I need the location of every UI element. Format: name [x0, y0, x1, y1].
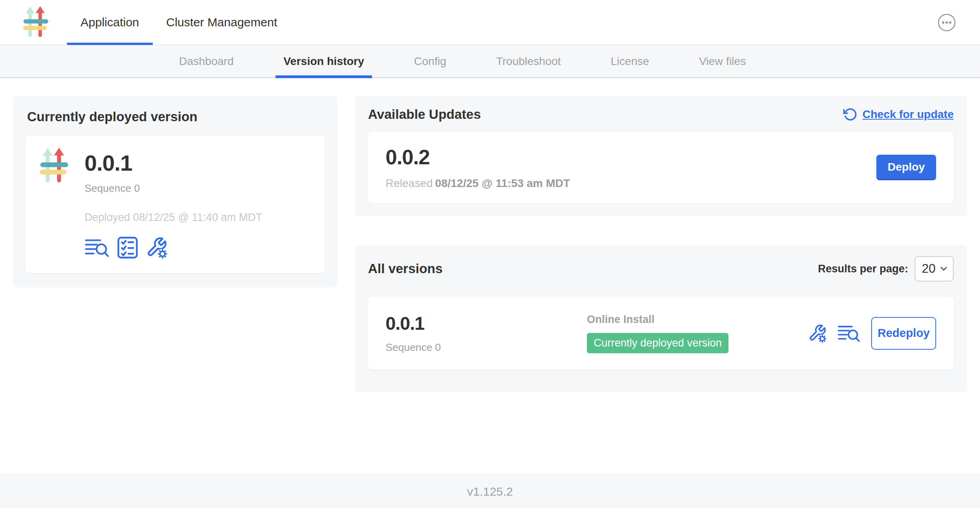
- results-per-page-select[interactable]: 20: [915, 256, 954, 282]
- config-icon[interactable]: [808, 324, 827, 343]
- released-value: 08/12/25 @ 11:53 am MDT: [435, 177, 570, 189]
- chevron-down-icon: [939, 264, 949, 274]
- app-logo-icon: [23, 6, 49, 39]
- available-updates-title: Available Updates: [368, 107, 481, 122]
- all-versions-title: All versions: [368, 261, 443, 276]
- ellipsis-menu-icon: [937, 13, 956, 32]
- app-logo-arrows-icon: [23, 6, 49, 39]
- right-column: Available Updates Check for update 0.0.2…: [355, 96, 967, 392]
- results-per-page-value: 20: [922, 262, 935, 276]
- tab-cluster-management[interactable]: Cluster Management: [153, 0, 291, 45]
- kots-admin-console: Application Cluster Management Dashboard…: [0, 0, 980, 508]
- version-history-page: Currently deployed version 0.0.1 Sequenc…: [0, 78, 980, 475]
- deployed-timestamp: Deployed 08/12/25 @ 11:40 am MDT: [85, 211, 262, 224]
- deployed-version-panel: 0.0.1 Sequence 0 Deployed 08/12/25 @ 11:…: [26, 136, 325, 273]
- version-row-actions: Redeploy: [808, 317, 936, 350]
- all-versions-header: All versions Results per page: 20: [368, 256, 954, 282]
- console-version: v1.125.2: [467, 485, 513, 498]
- update-row: 0.0.2 Released08/12/25 @ 11:53 am MDT De…: [368, 132, 954, 203]
- deployed-version-number: 0.0.1: [85, 150, 262, 176]
- logs-icon[interactable]: [85, 238, 109, 258]
- all-versions-card: All versions Results per page: 20 0.0.: [355, 245, 967, 392]
- app-logo-arrows-icon: [40, 148, 69, 184]
- top-bar: Application Cluster Management: [0, 0, 980, 45]
- available-updates-card: Available Updates Check for update 0.0.2…: [355, 96, 967, 216]
- check-for-update-link[interactable]: Check for update: [843, 107, 954, 122]
- refresh-icon: [843, 107, 858, 122]
- logs-icon[interactable]: [838, 324, 860, 343]
- released-label: Released: [386, 177, 433, 189]
- redeploy-button[interactable]: Redeploy: [871, 317, 936, 350]
- check-for-update-label: Check for update: [862, 108, 954, 121]
- preflight-checks-icon[interactable]: [117, 236, 138, 259]
- currently-deployed-card: Currently deployed version 0.0.1 Sequenc…: [13, 96, 337, 287]
- console-footer: v1.125.2: [0, 475, 980, 508]
- tab-troubleshoot[interactable]: Troubleshoot: [488, 45, 569, 77]
- version-row-info: 0.0.1 Sequence 0: [386, 313, 587, 354]
- version-number: 0.0.1: [386, 313, 587, 334]
- tab-version-history[interactable]: Version history: [276, 45, 372, 77]
- update-info: 0.0.2 Released08/12/25 @ 11:53 am MDT: [386, 145, 570, 190]
- results-per-page-label: Results per page:: [818, 263, 908, 275]
- tab-view-files[interactable]: View files: [691, 45, 754, 77]
- update-version-number: 0.0.2: [386, 145, 570, 169]
- deployed-sequence: Sequence 0: [85, 182, 262, 195]
- version-sequence: Sequence 0: [386, 341, 587, 354]
- ellipsis-menu-button[interactable]: [937, 13, 956, 32]
- available-updates-header: Available Updates Check for update: [368, 107, 954, 122]
- update-released-timestamp: Released08/12/25 @ 11:53 am MDT: [386, 177, 570, 190]
- results-per-page: Results per page: 20: [818, 256, 954, 282]
- deployed-actions: [85, 236, 262, 259]
- deployed-card-title: Currently deployed version: [27, 109, 323, 124]
- deploy-button[interactable]: Deploy: [876, 155, 936, 180]
- deployed-version-info: 0.0.1 Sequence 0 Deployed 08/12/25 @ 11:…: [85, 147, 262, 259]
- version-row: 0.0.1 Sequence 0 Online Install Currentl…: [368, 297, 954, 370]
- currently-deployed-badge: Currently deployed version: [587, 333, 728, 353]
- app-subnav: Dashboard Version history Config Trouble…: [0, 45, 980, 78]
- tab-application[interactable]: Application: [67, 0, 153, 45]
- version-row-status: Online Install Currently deployed versio…: [587, 313, 728, 353]
- install-type-label: Online Install: [587, 313, 728, 326]
- tab-dashboard[interactable]: Dashboard: [171, 45, 242, 77]
- tab-license[interactable]: License: [603, 45, 657, 77]
- tab-config[interactable]: Config: [406, 45, 454, 77]
- top-nav-tabs: Application Cluster Management: [67, 0, 291, 45]
- config-icon[interactable]: [146, 236, 167, 259]
